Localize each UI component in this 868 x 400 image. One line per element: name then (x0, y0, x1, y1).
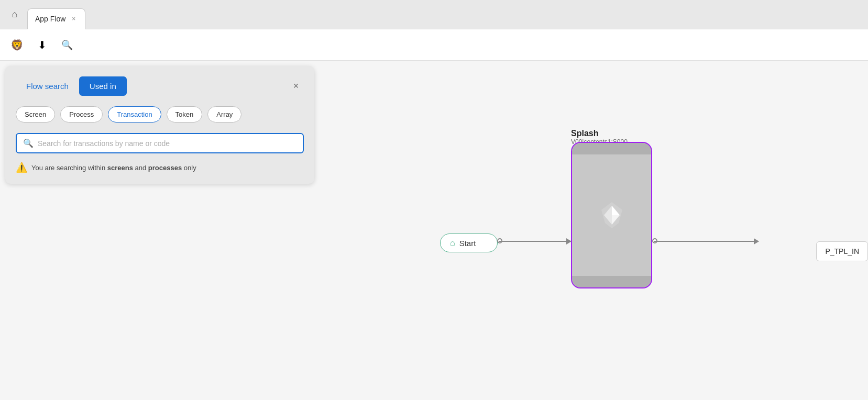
avatar-button[interactable]: 🦁 (6, 35, 27, 55)
phone-bottom-bar (572, 276, 651, 287)
warning-row: ⚠️ You are searching within screens and … (16, 162, 304, 173)
app-logo-icon (599, 199, 625, 231)
arrow-2 (654, 241, 759, 242)
arrow-1 (499, 241, 571, 242)
search-button[interactable]: 🔍 (57, 35, 78, 55)
tab-label: App Flow (35, 15, 65, 23)
flow-search-tab[interactable]: Flow search (16, 76, 79, 96)
search-icon: 🔍 (61, 39, 73, 51)
close-panel-button[interactable]: × (288, 79, 304, 94)
canvas-area: Flow search Used in × Screen Process Tra… (0, 61, 868, 400)
panel-header: Flow search Used in × (16, 76, 304, 96)
search-input-wrap: 🔍 (16, 133, 304, 153)
filter-row: Screen Process Transaction Token Array (16, 106, 304, 123)
splash-phone-node[interactable] (571, 142, 652, 288)
filter-transaction[interactable]: Transaction (108, 106, 161, 123)
splash-title: Splash (571, 129, 628, 138)
download-icon: ⬇ (38, 39, 47, 51)
avatar-icon: 🦁 (10, 39, 24, 51)
home-button[interactable]: ⌂ (4, 4, 25, 25)
filter-screen[interactable]: Screen (16, 106, 55, 123)
tab-bar: ⌂ App Flow × (0, 0, 868, 29)
download-button[interactable]: ⬇ (31, 35, 52, 55)
ptpl-label: P_TPL_IN (825, 247, 859, 255)
ptpl-node[interactable]: P_TPL_IN (816, 241, 868, 261)
search-input-icon: 🔍 (23, 138, 34, 148)
used-in-tab[interactable]: Used in (79, 76, 127, 96)
app-flow-tab[interactable]: App Flow × (27, 8, 85, 29)
tab-close-button[interactable]: × (70, 14, 78, 24)
start-node[interactable]: ⌂ Start (440, 234, 498, 252)
warning-icon: ⚠️ (16, 162, 27, 173)
phone-screen (572, 154, 651, 276)
phone-top-bar (572, 143, 651, 154)
start-label: Start (459, 239, 476, 248)
filter-process[interactable]: Process (60, 106, 103, 123)
start-home-icon: ⌂ (450, 238, 455, 248)
toolbar: 🦁 ⬇ 🔍 (0, 29, 868, 61)
filter-array[interactable]: Array (207, 106, 241, 123)
search-panel: Flow search Used in × Screen Process Tra… (5, 66, 314, 184)
filter-token[interactable]: Token (167, 106, 203, 123)
search-input[interactable] (38, 139, 296, 148)
warning-text: You are searching within screens and pro… (31, 164, 196, 172)
